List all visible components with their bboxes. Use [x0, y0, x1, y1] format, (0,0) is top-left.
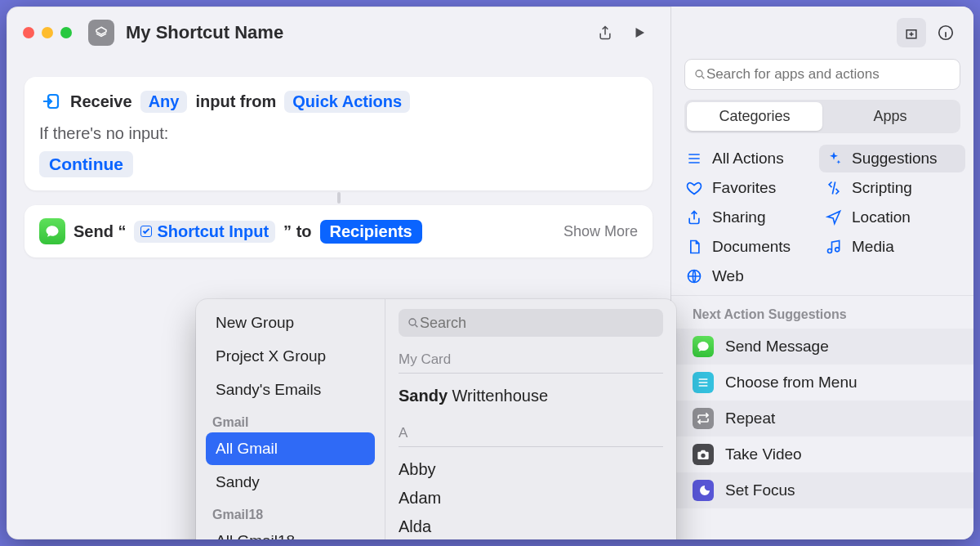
shortcut-app-icon	[88, 20, 114, 46]
send-message-action[interactable]: Send “ Shortcut Input ” to Recipients Sh…	[24, 205, 653, 257]
category-label: Favorites	[712, 179, 776, 197]
shortcut-title[interactable]: My Shortcut Name	[126, 22, 283, 43]
script-icon	[826, 180, 842, 196]
category-media[interactable]: Media	[826, 238, 959, 256]
contact-item[interactable]: Alda	[397, 512, 665, 539]
send-close-label: ” to	[283, 222, 311, 241]
category-label: Web	[712, 267, 744, 285]
category-label: Sharing	[712, 208, 766, 226]
group-item[interactable]: All Gmail	[206, 432, 375, 465]
search-icon	[693, 68, 706, 81]
suggestion-item[interactable]: Choose from Menu	[671, 365, 973, 401]
suggestion-icon	[693, 336, 714, 357]
category-sugg[interactable]: Suggestions	[819, 145, 965, 172]
category-label: Documents	[712, 238, 791, 256]
window-controls	[23, 27, 72, 38]
category-label: All Actions	[712, 150, 784, 168]
category-script[interactable]: Scripting	[826, 179, 959, 197]
category-loc[interactable]: Location	[826, 208, 959, 226]
input-source-token[interactable]: Quick Actions	[284, 91, 410, 113]
titlebar: My Shortcut Name	[7, 7, 670, 59]
group-item[interactable]: Sandy	[206, 466, 375, 499]
group-item[interactable]: Project X Group	[206, 340, 375, 373]
suggestion-icon	[693, 480, 714, 501]
close-window-button[interactable]	[23, 27, 34, 38]
section-a-label: A	[399, 425, 663, 441]
group-item[interactable]: New Group	[206, 307, 375, 339]
library-tabs[interactable]: Categories Apps	[684, 100, 960, 133]
group-item[interactable]: Sandy's Emails	[206, 374, 375, 406]
suggestion-item[interactable]: Send Message	[671, 329, 973, 365]
category-label: Location	[852, 208, 911, 226]
category-label: Scripting	[852, 179, 912, 197]
message-content-token[interactable]: Shortcut Input	[134, 221, 275, 243]
input-type-token[interactable]: Any	[140, 91, 188, 113]
suggestion-label: Repeat	[725, 410, 775, 427]
tab-apps[interactable]: Apps	[822, 102, 958, 131]
contact-item[interactable]: Abby	[397, 455, 665, 484]
shortcut-input-label: Shortcut Input	[157, 222, 269, 241]
no-input-label: If there's no input:	[39, 124, 638, 143]
send-open-label: Send “	[74, 222, 126, 241]
contact-mycard[interactable]: Sandy Writtenhouse	[397, 382, 665, 410]
group-header: Gmail	[203, 407, 378, 432]
category-grid: All ActionsSuggestionsFavoritesScripting…	[671, 145, 973, 296]
input-from-label: input from	[195, 92, 276, 111]
divider	[399, 446, 663, 447]
app-window: My Shortcut Name Receive Any input from	[7, 7, 973, 539]
receive-label: Receive	[70, 92, 132, 111]
contacts-search[interactable]	[399, 309, 663, 337]
next-action-suggestions-list: Send MessageChoose from MenuRepeatTake V…	[671, 329, 973, 508]
category-all[interactable]: All Actions	[686, 150, 819, 168]
share-button[interactable]	[590, 18, 620, 47]
media-icon	[826, 239, 842, 255]
category-doc[interactable]: Documents	[686, 238, 819, 256]
share-icon	[686, 209, 702, 226]
suggestion-item[interactable]: Take Video	[671, 436, 973, 472]
info-button[interactable]	[931, 18, 960, 47]
library-toggle-button[interactable]	[897, 18, 926, 47]
suggestion-icon	[693, 444, 714, 465]
editor-pane: My Shortcut Name Receive Any input from	[7, 7, 671, 539]
suggestion-label: Set Focus	[725, 481, 795, 499]
show-more-button[interactable]: Show More	[564, 223, 638, 240]
recipients-token[interactable]: Recipients	[320, 220, 422, 244]
category-label: Suggestions	[852, 150, 938, 168]
category-share[interactable]: Sharing	[686, 208, 819, 226]
library-search[interactable]	[684, 59, 960, 90]
web-icon	[686, 268, 702, 284]
category-fav[interactable]: Favorites	[686, 179, 819, 197]
recipients-popover: New GroupProject X GroupSandy's EmailsGm…	[196, 299, 676, 539]
mycard-section-label: My Card	[399, 351, 663, 368]
suggestion-label: Choose from Menu	[725, 374, 858, 392]
receive-input-action[interactable]: Receive Any input from Quick Actions If …	[24, 77, 653, 190]
suggestion-icon	[693, 372, 714, 393]
sugg-icon	[826, 150, 842, 167]
contacts-column: My Card Sandy Writtenhouse A AbbyAdamAld…	[385, 299, 676, 539]
no-input-behavior-token[interactable]: Continue	[39, 151, 133, 177]
suggestion-item[interactable]: Repeat	[671, 401, 973, 436]
library-search-input[interactable]	[706, 66, 951, 83]
search-icon	[407, 316, 420, 329]
zoom-window-button[interactable]	[60, 27, 72, 38]
svg-point-3	[696, 70, 702, 77]
contact-item[interactable]: Adam	[397, 484, 665, 512]
contact-groups-list[interactable]: New GroupProject X GroupSandy's EmailsGm…	[196, 299, 385, 539]
contacts-search-input[interactable]	[420, 315, 655, 332]
suggestion-icon	[693, 408, 714, 429]
minimize-window-button[interactable]	[42, 27, 53, 38]
magic-variable-icon	[140, 226, 152, 237]
suggestion-label: Send Message	[725, 338, 829, 356]
input-icon	[39, 90, 62, 113]
group-item[interactable]: All Gmail18	[206, 525, 375, 539]
editor-canvas: Receive Any input from Quick Actions If …	[7, 59, 670, 539]
suggestion-item[interactable]: Set Focus	[671, 472, 973, 508]
run-button[interactable]	[625, 18, 654, 47]
suggestion-label: Take Video	[725, 445, 802, 463]
library-toolbar	[671, 7, 973, 59]
fav-icon	[686, 180, 702, 196]
all-icon	[686, 150, 702, 167]
tab-categories[interactable]: Categories	[687, 102, 822, 131]
category-web[interactable]: Web	[686, 267, 819, 285]
doc-icon	[686, 239, 702, 255]
